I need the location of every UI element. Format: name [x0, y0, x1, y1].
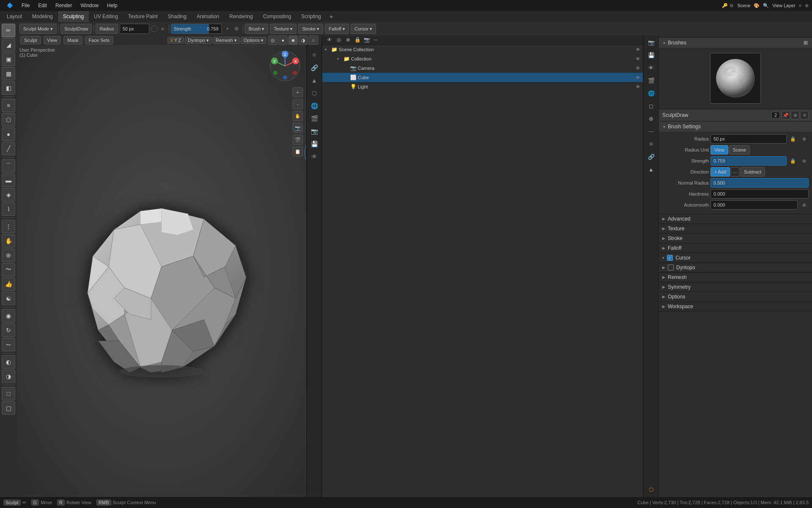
strength-settings-btn[interactable]: ⚙ — [233, 25, 241, 33]
autosmooth-value[interactable]: 0.000 — [710, 200, 798, 210]
tool-mask[interactable]: ◐ — [2, 355, 15, 369]
sc-camera[interactable]: 📷 Camera 👁 — [322, 64, 643, 73]
tool-grab[interactable]: ✋ — [2, 234, 15, 248]
tab-compositing[interactable]: Compositing — [258, 11, 296, 22]
falloff-section[interactable]: ▶ Falloff — [659, 243, 812, 253]
prop-tab-constraints[interactable]: 🔗 — [645, 151, 657, 163]
sc-filter-icon-1[interactable]: 👁 — [326, 36, 333, 44]
strength-value[interactable]: 0.759 — [710, 156, 787, 166]
dyntopo-section[interactable]: ▶ Dyntopo — [659, 263, 812, 273]
add-workspace-btn[interactable]: + — [326, 11, 336, 22]
blender-logo[interactable]: 🔷 — [3, 2, 16, 9]
sc-light[interactable]: 💡 Light 👁 — [322, 82, 643, 91]
navigation-gizmo[interactable]: Z X Y — [268, 49, 302, 83]
normal-radius-value[interactable]: 0.500 — [710, 178, 809, 188]
sc-filter-icon-2[interactable]: ◎ — [335, 36, 343, 44]
prop-tab-render[interactable]: 📷 — [645, 36, 657, 48]
zoom-in-btn[interactable]: + — [293, 87, 303, 97]
tool-thumb[interactable]: 👍 — [2, 277, 15, 291]
tab-sculpting[interactable]: Sculpting — [58, 11, 89, 22]
prop-tab-physics[interactable]: ⚛ — [645, 138, 657, 150]
scene-collection-btn[interactable]: 📋 — [293, 146, 303, 157]
tool-inflate[interactable]: ⬡ — [2, 113, 15, 127]
remesh-section[interactable]: ▶ Remesh — [659, 273, 812, 282]
rpi-view[interactable]: 👁 — [308, 151, 320, 163]
brush-btn[interactable]: Brush ▾ — [245, 24, 269, 34]
brush-pin-btn[interactable]: 📌 — [782, 111, 790, 119]
tab-layout[interactable]: Layout — [2, 11, 27, 22]
rpi-scene[interactable]: 🎬 — [308, 113, 320, 124]
rpi-constraints[interactable]: 🔗 — [308, 62, 320, 74]
tool-pose[interactable]: ☯ — [2, 292, 15, 305]
tool-slide-relax[interactable]: ⥊ — [2, 338, 15, 351]
pan-view-btn[interactable]: ✋ — [293, 111, 303, 121]
scene-selector[interactable]: Scene — [737, 3, 750, 8]
brush-settings-header[interactable]: ▾ Brush Settings — [659, 121, 812, 132]
render-view-btn[interactable]: 🎬 — [293, 135, 303, 145]
tool-clay[interactable]: ▣ — [2, 52, 15, 66]
tab-rendering[interactable]: Rendering — [224, 11, 258, 22]
prop-tab-data[interactable]: ▲ — [645, 163, 657, 175]
sculpt-menu[interactable]: Sculpt — [20, 36, 41, 44]
tab-uv-editing[interactable]: UV Editing — [89, 11, 123, 22]
radius-lock-btn[interactable]: + — [159, 25, 167, 33]
sc-filter-icon-4[interactable]: 🔒 — [354, 36, 361, 44]
menu-help[interactable]: Help — [104, 2, 121, 9]
strength-bar[interactable]: Strength 0.759 — [171, 24, 222, 34]
rpi-world[interactable]: 🌐 — [308, 100, 320, 112]
rpi-physics[interactable]: ⚛ — [308, 49, 320, 61]
tool-clay-thumb[interactable]: ◧ — [2, 81, 15, 95]
menu-window[interactable]: Window — [77, 2, 102, 9]
material-shading-btn[interactable]: ◑ — [299, 36, 308, 45]
tab-texture-paint[interactable]: Texture Paint — [123, 11, 163, 22]
workspace-section[interactable]: ▶ Workspace — [659, 302, 812, 312]
tool-draw[interactable]: ✏ — [2, 24, 15, 37]
direction-subtract-btn[interactable]: Subtract — [740, 167, 765, 177]
radius-lock-icon[interactable]: 🔒 — [788, 134, 798, 144]
mode-selector[interactable]: Sculpt Mode ▾ — [19, 24, 57, 34]
view-menu[interactable]: View — [44, 36, 61, 44]
radius-unit-view-btn[interactable]: View — [710, 145, 728, 155]
sc-cube[interactable]: ⬜ Cube 👁 — [322, 73, 643, 82]
tool-nudge[interactable]: ◉ — [2, 309, 15, 323]
strength-settings-icon[interactable]: ⊕ — [799, 156, 809, 166]
prop-tab-output[interactable]: 💾 — [645, 49, 657, 61]
tool-box-face[interactable]: ▢ — [2, 401, 15, 415]
prop-tab-object[interactable]: ◻ — [645, 100, 657, 112]
dyntopo-checkbox[interactable] — [668, 265, 674, 271]
sc-tree-root[interactable]: ▾ 📁 Scene Collection 👁 — [322, 45, 643, 54]
options-section[interactable]: ▶ Options — [659, 292, 812, 302]
cursor-section[interactable]: ▾ ✓ Cursor — [659, 253, 812, 263]
rpi-render[interactable]: 📷 — [308, 125, 320, 137]
tool-clay-strips[interactable]: ▦ — [2, 67, 15, 80]
tool-snake[interactable]: 〜 — [2, 263, 15, 276]
menu-render[interactable]: Render — [52, 2, 75, 9]
symmetry-section[interactable]: ▶ Symmetry — [659, 282, 812, 292]
tool-layer[interactable]: ≡ — [2, 99, 15, 112]
stroke-section[interactable]: ▶ Stroke — [659, 234, 812, 243]
prop-tab-particles[interactable]: ⋯ — [645, 125, 657, 137]
strength-lock-icon[interactable]: 🔒 — [788, 156, 798, 166]
menu-edit[interactable]: Edit — [35, 2, 50, 9]
autosmooth-settings-icon[interactable]: ⊕ — [799, 200, 809, 210]
advanced-section[interactable]: ▶ Advanced — [659, 214, 812, 224]
tab-shading[interactable]: Shading — [163, 11, 192, 22]
sc-filter-icon-5[interactable]: 📷 — [363, 36, 370, 44]
camera-view-btn[interactable]: 📷 — [293, 123, 303, 133]
menu-file[interactable]: File — [18, 2, 33, 9]
solid-shading-btn[interactable]: ■ — [288, 36, 298, 45]
prop-tab-world[interactable]: 🌐 — [645, 87, 657, 99]
tool-flatten[interactable]: ▬ — [2, 174, 15, 187]
prop-tab-scene[interactable]: 🎬 — [645, 75, 657, 86]
mask-menu[interactable]: Mask — [63, 36, 82, 44]
render-shading-btn[interactable]: ○ — [309, 36, 318, 45]
rpi-output[interactable]: 💾 — [308, 138, 320, 150]
view-layer-selector[interactable]: View Layer — [772, 3, 795, 8]
prop-tab-modifier[interactable]: ⊕ — [645, 113, 657, 124]
strength-lock-btn[interactable]: + — [223, 25, 232, 33]
options-btn[interactable]: Options ▾ — [241, 37, 266, 44]
zoom-out-btn[interactable]: - — [293, 99, 303, 109]
falloff-btn[interactable]: Falloff ▾ — [325, 24, 349, 34]
brush-delete-btn[interactable]: ✕ — [800, 111, 809, 119]
tool-draw-sharp[interactable]: ◢ — [2, 38, 15, 52]
